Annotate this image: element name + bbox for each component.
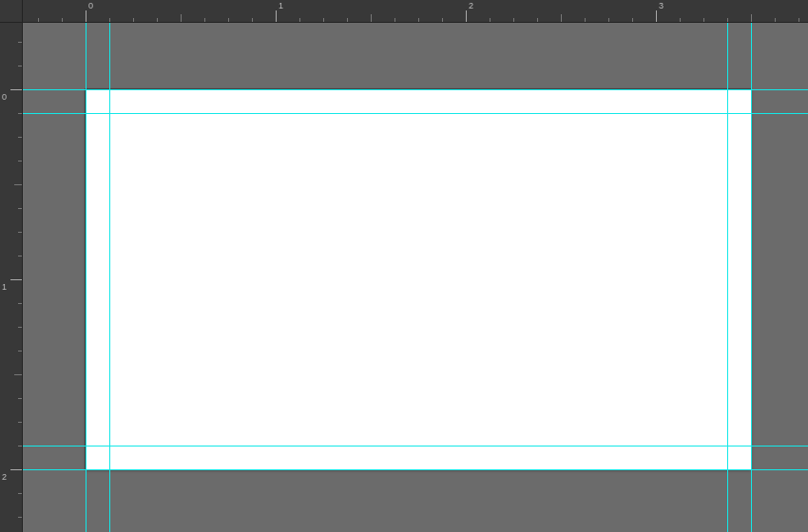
ruler-tick	[656, 10, 657, 22]
ruler-tick	[537, 18, 538, 22]
ruler-label: 2	[469, 1, 473, 10]
ruler-tick	[513, 18, 514, 22]
ruler-tick	[371, 14, 372, 22]
ruler-tick	[14, 184, 22, 185]
guide-vertical[interactable]	[727, 23, 728, 532]
ruler-tick	[798, 18, 799, 22]
ruler-tick	[466, 10, 467, 22]
ruler-label: 2	[2, 472, 7, 482]
ruler-tick	[18, 327, 22, 328]
ruler-label: 0	[2, 92, 7, 102]
ruler-tick	[18, 232, 22, 233]
ruler-tick	[18, 398, 22, 399]
ruler-label: 1	[2, 282, 7, 292]
ruler-tick	[18, 351, 22, 352]
ruler-tick	[680, 18, 681, 22]
guide-horizontal[interactable]	[23, 469, 808, 470]
guide-vertical[interactable]	[109, 23, 110, 532]
ruler-tick	[751, 14, 752, 22]
ruler-tick	[18, 161, 22, 162]
ruler-tick	[10, 469, 22, 470]
ruler-tick	[157, 18, 158, 22]
ruler-tick	[109, 18, 110, 22]
guide-horizontal[interactable]	[23, 89, 808, 90]
canvas-artboard[interactable]	[86, 89, 751, 469]
ruler-tick	[181, 14, 182, 22]
ruler-tick	[18, 517, 22, 518]
ruler-tick	[18, 208, 22, 209]
ruler-label: 1	[279, 1, 283, 10]
ruler-tick	[276, 10, 277, 22]
ruler-tick	[18, 493, 22, 494]
ruler-tick	[18, 66, 22, 66]
ruler-tick	[442, 18, 443, 22]
ruler-tick	[703, 18, 704, 22]
ruler-tick	[18, 42, 22, 43]
ruler-label: 3	[659, 1, 664, 10]
ruler-tick	[394, 18, 395, 22]
ruler-tick	[10, 89, 22, 90]
guide-vertical[interactable]	[751, 23, 752, 532]
ruler-tick	[252, 18, 253, 22]
ruler-tick	[14, 374, 22, 375]
ruler-tick	[347, 18, 348, 22]
ruler-tick	[727, 18, 728, 22]
ruler-tick	[133, 18, 134, 22]
ruler-vertical[interactable]: 012	[0, 23, 23, 532]
ruler-tick	[18, 256, 22, 256]
ruler-tick	[490, 18, 491, 22]
pasteboard[interactable]	[23, 23, 808, 532]
ruler-tick	[299, 18, 300, 22]
ruler-label: 0	[88, 1, 93, 10]
ruler-tick	[228, 18, 229, 22]
ruler-tick	[18, 446, 22, 446]
ruler-tick	[632, 18, 633, 22]
ruler-tick	[10, 279, 22, 280]
guide-horizontal[interactable]	[23, 446, 808, 446]
guide-vertical[interactable]	[86, 23, 87, 532]
ruler-tick	[585, 18, 586, 22]
ruler-tick	[18, 137, 22, 138]
ruler-horizontal[interactable]: 0123	[23, 0, 808, 23]
ruler-tick	[418, 18, 419, 22]
ruler-tick	[561, 14, 562, 22]
ruler-tick	[204, 18, 205, 22]
ruler-tick	[18, 303, 22, 304]
ruler-tick	[608, 18, 609, 22]
guide-horizontal[interactable]	[23, 113, 808, 114]
ruler-tick	[62, 18, 63, 22]
ruler-tick	[18, 422, 22, 423]
ruler-tick	[323, 18, 324, 22]
ruler-tick	[86, 10, 87, 22]
ruler-tick	[38, 18, 39, 22]
ruler-origin-corner[interactable]	[0, 0, 23, 23]
ruler-tick	[18, 113, 22, 114]
ruler-tick	[775, 18, 776, 22]
